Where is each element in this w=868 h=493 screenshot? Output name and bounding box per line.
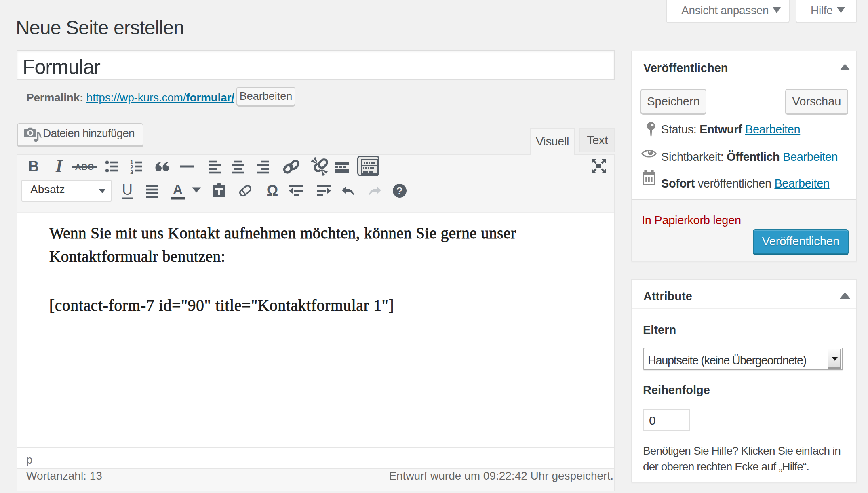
svg-text:3: 3 bbox=[130, 169, 133, 175]
